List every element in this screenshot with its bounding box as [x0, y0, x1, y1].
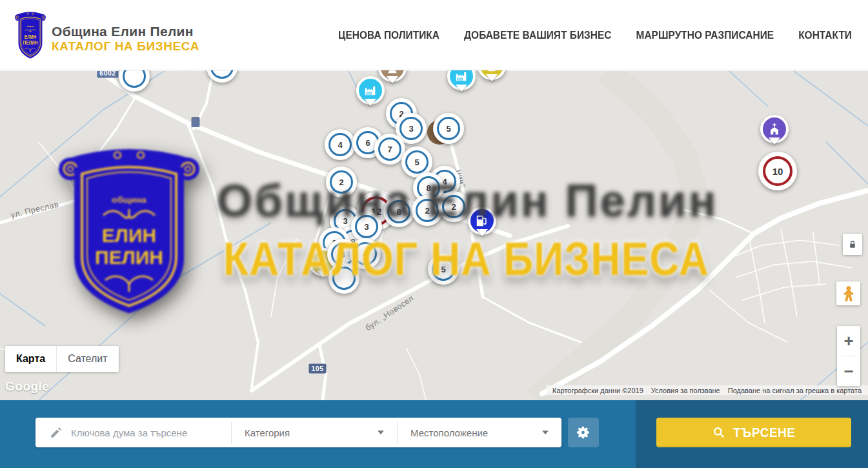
cluster-count: 6 [365, 138, 370, 148]
lock-button[interactable] [843, 234, 862, 255]
cluster-count: 7 [387, 145, 392, 154]
nav-item[interactable]: ДОБАВЕТЕ ВАШИЯТ БИЗНЕС [464, 29, 611, 41]
attribution-text: Картографски данни ©2019 [549, 387, 647, 394]
nav-item[interactable]: КОНТАКТИ [798, 29, 852, 41]
pin-tail [365, 99, 376, 112]
map-cluster[interactable]: 5 [433, 113, 464, 144]
location-select[interactable]: Местоположение [398, 418, 561, 447]
cluster-count: 5 [414, 158, 419, 167]
street-view-pegman-button[interactable] [836, 281, 860, 305]
map-cluster[interactable]: 7 [374, 134, 405, 165]
pin-tail [769, 137, 780, 150]
keyword-input[interactable] [71, 427, 219, 438]
search-button[interactable]: ТЪРСЕНЕ [656, 418, 851, 447]
cluster-count: 3 [409, 124, 413, 134]
map-cluster[interactable]: 4 [325, 129, 356, 160]
pegman-icon [841, 285, 856, 302]
pin-tail [387, 76, 398, 89]
pin-tail [456, 85, 467, 97]
pin-tail [486, 74, 498, 87]
main-nav: ЦЕНОВА ПОЛИТИКАДОБАВЕТЕ ВАШИЯТ БИЗНЕСМАР… [338, 0, 852, 70]
category-select[interactable]: Категория [232, 418, 397, 447]
municipality-crest-logo[interactable] [14, 9, 46, 61]
watermark-subtitle: КАТАЛОГ НА БИЗНЕСА [223, 232, 709, 286]
watermark-title: Община Елин Пелин [217, 174, 718, 227]
map-type-map-button[interactable]: Карта [5, 346, 56, 372]
page: община ЕЛИН ПЕЛИН Община Елин Пелин КАТА… [0, 0, 868, 468]
gear-icon [576, 425, 590, 440]
location-select-value: Местоположение [410, 427, 488, 438]
watermark-crest [55, 139, 203, 321]
map-type-satellite-button[interactable]: Сателит [56, 346, 118, 372]
chevron-down-icon [378, 431, 384, 434]
logo-text[interactable]: Община Елин Пелин КАТАЛОГ НА БИЗНЕСА [52, 23, 199, 54]
map-cluster[interactable]: 10 [758, 152, 797, 190]
zoom-out-button[interactable]: − [837, 356, 860, 386]
pencil-icon [50, 427, 62, 439]
nav-item[interactable]: ЦЕНОВА ПОЛИТИКА [338, 29, 439, 41]
keyword-field[interactable] [35, 418, 231, 447]
cluster-count: 10 [772, 166, 783, 177]
chevron-down-icon [542, 431, 549, 434]
cluster-count: 5 [446, 124, 450, 134]
site-title: Община Елин Пелин [52, 23, 199, 39]
advanced-search-button[interactable] [568, 418, 599, 447]
factory-icon [454, 69, 469, 83]
church-icon [767, 122, 782, 136]
zoom-control: + − [837, 326, 860, 386]
map-pin-factory[interactable] [356, 76, 385, 105]
google-logo[interactable]: Google [5, 380, 49, 394]
nav-item[interactable]: МАРШРУТНО РАЗПИСАНИЕ [636, 29, 774, 41]
search-bar: Категория Местоположение ТЪРСЕНЕ [0, 400, 868, 468]
lock-icon [848, 239, 857, 250]
cluster-count: 4 [338, 140, 342, 150]
search-button-label: ТЪРСЕНЕ [733, 425, 796, 440]
map-attribution: Картографски данни ©2019Условия за ползв… [546, 385, 868, 395]
search-fields: Категория Местоположение [35, 418, 561, 447]
attribution-link[interactable]: Условия за ползване [647, 387, 724, 394]
site-subtitle: КАТАЛОГ НА БИЗНЕСА [52, 39, 199, 54]
factory-icon [363, 83, 378, 97]
map-type-control: Карта Сателит [5, 346, 119, 372]
map-pin-church[interactable] [760, 115, 789, 143]
header: Община Елин Пелин КАТАЛОГ НА БИЗНЕСА ЦЕН… [0, 0, 868, 70]
attribution-link[interactable]: Подаване на сигнал за грешка в картата [724, 387, 865, 394]
zoom-in-button[interactable]: + [837, 326, 860, 356]
category-select-value: Категория [245, 427, 290, 438]
search-icon [712, 426, 725, 439]
